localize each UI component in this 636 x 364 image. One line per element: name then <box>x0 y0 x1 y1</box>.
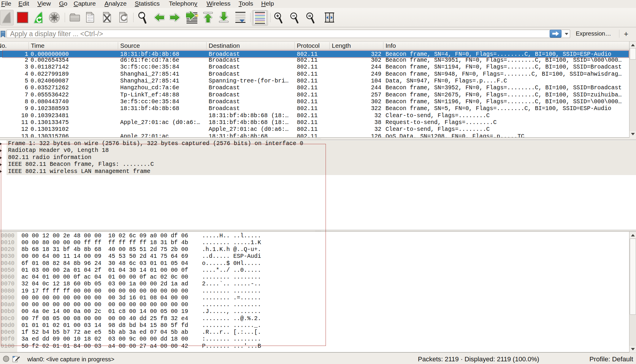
svg-text:0011: 0011 <box>88 19 93 22</box>
svg-text:0101: 0101 <box>88 15 93 17</box>
svg-text:0110: 0110 <box>88 17 93 19</box>
